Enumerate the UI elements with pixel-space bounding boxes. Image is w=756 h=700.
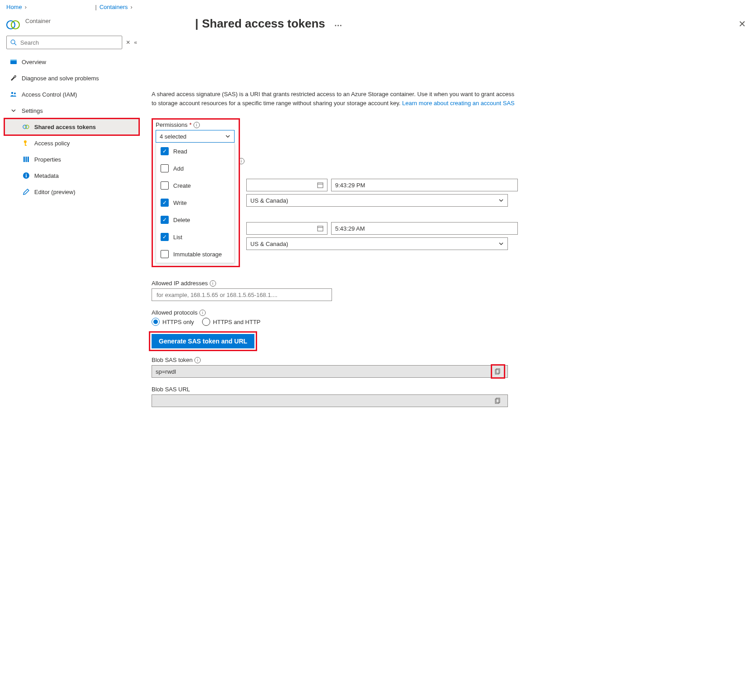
search-icon	[10, 39, 17, 46]
blob-sas-token-output: sp=rwdl	[152, 365, 508, 378]
nav-shared-access-tokens[interactable]: Shared access tokens	[5, 119, 139, 135]
blob-sas-token-section: Blob SAS token i sp=rwdl	[152, 357, 518, 378]
chevron-right-icon: ›	[130, 4, 132, 10]
chevron-down-icon	[225, 134, 230, 139]
allowed-ip-section: Allowed IP addresses i	[152, 280, 518, 301]
blob-sas-url-output	[152, 394, 508, 407]
svg-rect-18	[26, 174, 27, 175]
search-input[interactable]	[19, 39, 118, 46]
svg-rect-19	[318, 183, 323, 188]
nav-properties[interactable]: Properties	[5, 151, 139, 167]
chevron-right-icon: ›	[25, 4, 27, 10]
nav-editor[interactable]: Editor (preview)	[5, 184, 139, 200]
radio-icon	[152, 318, 160, 326]
checkbox-icon: ✓	[161, 199, 169, 207]
required-asterisk: *	[189, 121, 192, 128]
perm-option-create[interactable]: Create	[156, 177, 234, 194]
nav-metadata[interactable]: Metadata	[5, 167, 139, 184]
radio-https-only[interactable]: HTTPS only	[152, 318, 194, 326]
sidebar: ✕ « Overview Diagnose and solve problems	[0, 36, 139, 433]
chevron-down-icon	[498, 198, 504, 203]
clear-search-icon[interactable]: ✕	[126, 39, 130, 46]
nav-access-policy[interactable]: Access policy	[5, 135, 139, 151]
chevron-down-icon	[498, 241, 504, 246]
info-icon[interactable]: i	[199, 310, 206, 316]
perm-option-read[interactable]: ✓ Read	[156, 143, 234, 160]
info-icon[interactable]: i	[194, 122, 200, 128]
svg-line-3	[14, 43, 16, 45]
main-content: A shared access signature (SAS) is a URI…	[139, 36, 527, 433]
checkbox-icon: ✓	[161, 216, 169, 224]
more-actions-icon[interactable]: …	[334, 19, 343, 28]
start-timezone-select[interactable]: US & Canada)	[246, 194, 508, 207]
svg-rect-21	[318, 226, 323, 231]
svg-point-6	[11, 92, 13, 94]
link-icon	[23, 123, 30, 130]
permissions-dropdown[interactable]: 4 selected	[156, 130, 235, 143]
properties-icon	[23, 156, 30, 163]
pencil-icon	[23, 188, 30, 195]
start-time-input[interactable]: 9:43:29 PM	[331, 179, 518, 191]
nav-settings-group[interactable]: Settings	[5, 102, 139, 119]
learn-more-link[interactable]: Learn more about creating an account SAS	[402, 100, 514, 107]
checkbox-icon	[161, 250, 169, 258]
allowed-protocols-section: Allowed protocols i HTTPS only HTTPS and…	[152, 309, 518, 326]
allowed-ip-input-wrapper[interactable]	[152, 288, 332, 301]
info-icon[interactable]: i	[194, 357, 201, 363]
wrench-icon	[10, 74, 17, 82]
allowed-ip-label: Allowed IP addresses	[152, 280, 208, 287]
people-icon	[10, 91, 17, 98]
start-date-input[interactable]	[246, 179, 327, 191]
key-icon	[23, 139, 30, 147]
perm-option-delete[interactable]: ✓ Delete	[156, 211, 234, 228]
permissions-section: Permissions * i 4 selected ✓ Read	[152, 118, 240, 267]
sidebar-nav: Overview Diagnose and solve problems Acc…	[5, 54, 139, 200]
expiry-date-input[interactable]	[246, 222, 327, 235]
breadcrumb-containers[interactable]: Containers	[99, 4, 128, 10]
breadcrumb-home[interactable]: Home	[6, 4, 22, 10]
collapse-sidebar-icon[interactable]: «	[134, 39, 137, 46]
intro-text: A shared access signature (SAS) is a URI…	[152, 90, 518, 107]
checkbox-icon	[161, 181, 169, 190]
perm-option-immutable[interactable]: Immutable storage	[156, 246, 234, 263]
nav-overview[interactable]: Overview	[5, 54, 139, 70]
svg-rect-14	[26, 157, 27, 162]
close-icon[interactable]: ✕	[735, 17, 750, 31]
copy-url-button[interactable]	[492, 395, 504, 407]
svg-rect-15	[28, 157, 29, 162]
blob-sas-token-value: sp=rwdl	[156, 368, 176, 375]
generate-sas-button[interactable]: Generate SAS token and URL	[152, 334, 254, 348]
perm-option-list[interactable]: ✓ List	[156, 228, 234, 246]
allowed-ip-input[interactable]	[156, 291, 328, 299]
search-input-wrapper[interactable]	[6, 36, 122, 49]
radio-https-and-http[interactable]: HTTPS and HTTP	[202, 318, 260, 326]
svg-point-2	[11, 40, 15, 44]
checkbox-icon	[161, 164, 169, 172]
expiry-timezone-select[interactable]: US & Canada)	[246, 237, 508, 250]
nav-iam[interactable]: Access Control (IAM)	[5, 86, 139, 102]
permissions-label: Permissions * i	[156, 121, 236, 128]
breadcrumb-pipe: |	[95, 4, 97, 10]
header-subtitle: Container	[25, 18, 51, 24]
svg-point-7	[14, 93, 16, 94]
nav-diagnose[interactable]: Diagnose and solve problems	[5, 70, 139, 86]
perm-option-add[interactable]: Add	[156, 160, 234, 177]
generate-section: Generate SAS token and URL	[152, 334, 518, 348]
info-icon	[23, 172, 30, 179]
expiry-time-input[interactable]: 5:43:29 AM	[331, 222, 518, 235]
breadcrumb: Home › | Containers ›	[0, 0, 756, 14]
radio-icon	[202, 318, 210, 326]
info-icon[interactable]: i	[210, 280, 216, 287]
copy-token-button[interactable]	[492, 366, 504, 377]
checkbox-icon: ✓	[161, 233, 169, 241]
perm-option-write[interactable]: ✓ Write	[156, 194, 234, 211]
calendar-icon	[317, 182, 323, 188]
svg-rect-12	[25, 145, 27, 146]
blob-sas-url-label: Blob SAS URL	[152, 386, 190, 393]
chevron-down-icon	[10, 107, 17, 114]
page-header: Container | Shared access tokens … ✕	[0, 14, 756, 36]
blob-sas-token-label: Blob SAS token	[152, 357, 193, 363]
page-title: | Shared access tokens …	[195, 17, 343, 31]
svg-rect-17	[26, 175, 27, 177]
permissions-options-list: ✓ Read Add Create ✓ Write	[156, 143, 235, 263]
